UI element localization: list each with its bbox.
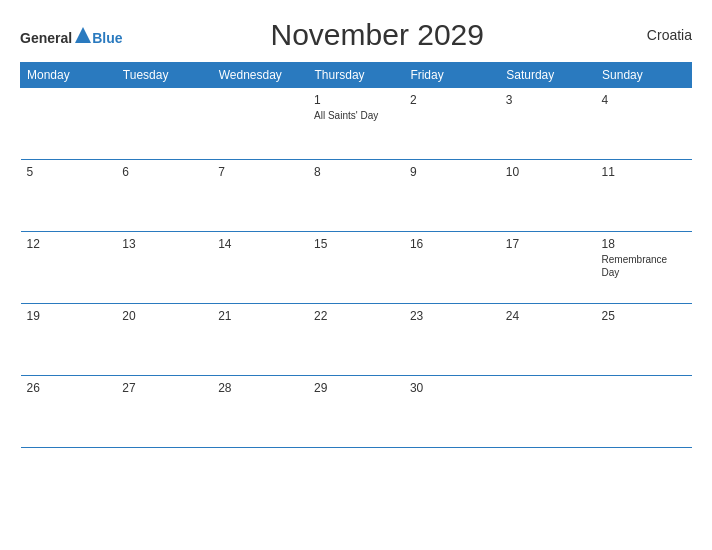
calendar-cell: 28: [212, 376, 308, 448]
calendar-week-row: 12131415161718Remembrance Day: [21, 232, 692, 304]
calendar-week-row: 1All Saints' Day234: [21, 88, 692, 160]
calendar-cell: [596, 376, 692, 448]
day-number: 27: [122, 381, 206, 395]
calendar-cell: 29: [308, 376, 404, 448]
calendar-cell: 2: [404, 88, 500, 160]
calendar-cell: 1All Saints' Day: [308, 88, 404, 160]
calendar-cell: 14: [212, 232, 308, 304]
day-number: 12: [27, 237, 111, 251]
day-number: 28: [218, 381, 302, 395]
calendar-table: Monday Tuesday Wednesday Thursday Friday…: [20, 62, 692, 448]
calendar-cell: 11: [596, 160, 692, 232]
day-number: 18: [602, 237, 686, 251]
day-number: 29: [314, 381, 398, 395]
header-wednesday: Wednesday: [212, 63, 308, 88]
calendar-cell: [116, 88, 212, 160]
calendar-header-row: Monday Tuesday Wednesday Thursday Friday…: [21, 63, 692, 88]
day-number: 26: [27, 381, 111, 395]
day-number: 11: [602, 165, 686, 179]
calendar-week-row: 2627282930: [21, 376, 692, 448]
day-number: 19: [27, 309, 111, 323]
calendar-cell: 8: [308, 160, 404, 232]
calendar-cell: 6: [116, 160, 212, 232]
day-number: 1: [314, 93, 398, 107]
logo: General Blue: [20, 26, 122, 45]
day-number: 17: [506, 237, 590, 251]
day-number: 25: [602, 309, 686, 323]
header-friday: Friday: [404, 63, 500, 88]
calendar-cell: 16: [404, 232, 500, 304]
calendar-cell: 27: [116, 376, 212, 448]
calendar-week-row: 567891011: [21, 160, 692, 232]
day-number: 23: [410, 309, 494, 323]
day-number: 4: [602, 93, 686, 107]
header-sunday: Sunday: [596, 63, 692, 88]
day-number: 24: [506, 309, 590, 323]
calendar-cell: [212, 88, 308, 160]
calendar-cell: 9: [404, 160, 500, 232]
day-number: 30: [410, 381, 494, 395]
calendar-cell: 5: [21, 160, 117, 232]
calendar-cell: [21, 88, 117, 160]
calendar-cell: 30: [404, 376, 500, 448]
calendar-cell: 10: [500, 160, 596, 232]
calendar-cell: 18Remembrance Day: [596, 232, 692, 304]
day-number: 16: [410, 237, 494, 251]
day-number: 13: [122, 237, 206, 251]
calendar-cell: 24: [500, 304, 596, 376]
event-label: Remembrance Day: [602, 253, 686, 279]
calendar-cell: 25: [596, 304, 692, 376]
logo-flag-icon: [74, 26, 92, 44]
calendar-cell: [500, 376, 596, 448]
day-number: 15: [314, 237, 398, 251]
day-number: 5: [27, 165, 111, 179]
header-monday: Monday: [21, 63, 117, 88]
event-label: All Saints' Day: [314, 109, 398, 122]
header-tuesday: Tuesday: [116, 63, 212, 88]
top-bar: General Blue November 2029 Croatia: [20, 18, 692, 52]
calendar-cell: 7: [212, 160, 308, 232]
calendar-cell: 3: [500, 88, 596, 160]
day-number: 9: [410, 165, 494, 179]
calendar-cell: 26: [21, 376, 117, 448]
logo-general: General: [20, 31, 72, 45]
calendar-cell: 21: [212, 304, 308, 376]
calendar-cell: 17: [500, 232, 596, 304]
header-saturday: Saturday: [500, 63, 596, 88]
calendar-title: November 2029: [122, 18, 632, 52]
day-number: 3: [506, 93, 590, 107]
svg-marker-0: [75, 27, 91, 43]
day-number: 2: [410, 93, 494, 107]
calendar-cell: 20: [116, 304, 212, 376]
calendar-cell: 23: [404, 304, 500, 376]
header-thursday: Thursday: [308, 63, 404, 88]
day-number: 20: [122, 309, 206, 323]
day-number: 8: [314, 165, 398, 179]
calendar-cell: 13: [116, 232, 212, 304]
day-number: 10: [506, 165, 590, 179]
calendar-cell: 4: [596, 88, 692, 160]
day-number: 14: [218, 237, 302, 251]
calendar-cell: 15: [308, 232, 404, 304]
day-number: 7: [218, 165, 302, 179]
calendar-cell: 19: [21, 304, 117, 376]
logo-blue: Blue: [92, 31, 122, 45]
day-number: 6: [122, 165, 206, 179]
calendar-week-row: 19202122232425: [21, 304, 692, 376]
country-label: Croatia: [632, 27, 692, 43]
calendar-cell: 22: [308, 304, 404, 376]
day-number: 22: [314, 309, 398, 323]
day-number: 21: [218, 309, 302, 323]
calendar-cell: 12: [21, 232, 117, 304]
